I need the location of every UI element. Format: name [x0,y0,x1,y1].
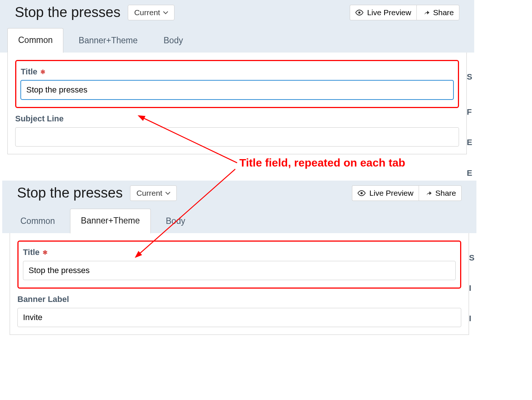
editor-panel-common: Stop the presses Current Live Preview Sh… [0,0,474,154]
title-highlight-box: Title ✱ [15,60,459,108]
share-button[interactable]: Share [416,5,459,20]
sidebar-peek: E [467,138,474,147]
share-icon [422,10,429,16]
title-label: Title [23,248,40,257]
tab-row: Common Banner+Theme Body [2,208,476,233]
tab-common[interactable]: Common [7,28,63,53]
version-label: Current [134,8,160,17]
form-body: Title ✱ Subject Line [7,53,467,154]
form-body: Title ✱ Banner Label [10,233,469,335]
live-preview-label: Live Preview [367,8,411,17]
page-header: Stop the presses Current Live Preview Sh… [2,181,476,208]
version-dropdown[interactable]: Current [128,5,174,20]
live-preview-button[interactable]: Live Preview [350,5,416,20]
tab-common[interactable]: Common [10,209,66,233]
chevron-down-icon [165,191,170,195]
title-input[interactable] [21,80,453,100]
live-preview-label: Live Preview [369,189,413,198]
eye-icon [355,10,363,16]
banner-label-input[interactable] [17,308,461,327]
page-title: Stop the presses [15,4,120,20]
version-label: Current [136,189,162,198]
tab-banner-theme[interactable]: Banner+Theme [68,28,148,53]
tab-row: Common Banner+Theme Body [0,28,474,53]
share-label: Share [435,189,456,198]
subject-label: Subject Line [15,114,459,124]
sidebar-peek: I [469,283,476,293]
page-title: Stop the presses [17,185,123,201]
svg-point-0 [358,11,360,14]
tab-banner-theme[interactable]: Banner+Theme [70,209,150,233]
title-highlight-box: Title ✱ [17,241,461,289]
title-label-row: Title ✱ [23,248,456,257]
version-dropdown[interactable]: Current [130,185,177,201]
sidebar-peek: S [467,72,474,82]
share-button[interactable]: Share [419,185,462,201]
subject-line-input[interactable] [15,127,459,147]
eye-icon [358,190,366,196]
chevron-down-icon [163,11,168,14]
sidebar-peek: E [467,168,474,178]
tab-body[interactable]: Body [155,209,196,233]
sidebar-peek: I [469,314,476,323]
page-header: Stop the presses Current Live Preview Sh… [0,0,474,28]
title-input[interactable] [23,261,456,280]
tab-body[interactable]: Body [153,28,194,53]
title-label-row: Title ✱ [21,67,453,77]
sidebar-peek: F [467,107,474,117]
title-label: Title [21,67,37,77]
annotation-callout: Title field, repeated on each tab [239,157,405,169]
required-icon: ✱ [43,249,47,256]
live-preview-button[interactable]: Live Preview [352,185,419,201]
required-icon: ✱ [40,68,45,75]
sidebar-peek: S [469,253,476,263]
editor-panel-banner: Stop the presses Current Live Preview Sh… [2,181,476,335]
banner-label: Banner Label [17,295,461,304]
svg-point-1 [360,192,363,194]
share-icon [424,190,432,196]
share-label: Share [433,8,454,17]
